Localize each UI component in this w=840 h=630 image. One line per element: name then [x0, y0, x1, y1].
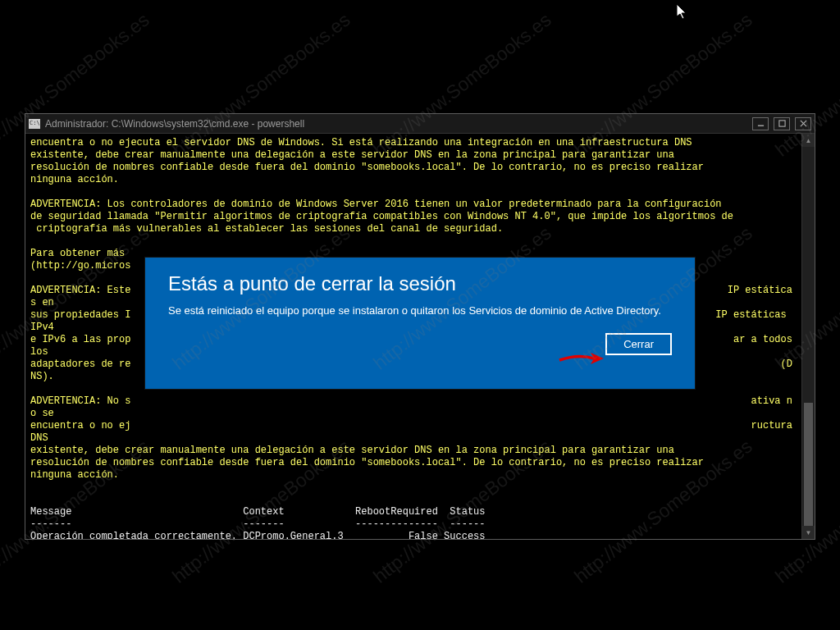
vertical-scrollbar[interactable]: ▲ ▼ — [801, 134, 815, 539]
scroll-track[interactable] — [802, 147, 815, 526]
dialog-body-text: Se está reiniciado el equipo porque se i… — [168, 304, 672, 318]
cmd-icon — [29, 119, 40, 129]
scroll-thumb[interactable] — [804, 403, 813, 526]
svg-rect-1 — [778, 121, 784, 126]
close-dialog-button[interactable]: Cerrar — [605, 333, 672, 355]
window-titlebar[interactable]: Administrador: C:\Windows\system32\cmd.e… — [25, 114, 815, 134]
signout-dialog: Estás a punto de cerrar la sesión Se est… — [145, 258, 695, 389]
minimize-button[interactable] — [752, 117, 769, 130]
maximize-button[interactable] — [774, 117, 790, 130]
dialog-title: Estás a punto de cerrar la sesión — [168, 272, 672, 295]
annotation-arrow — [558, 349, 607, 372]
scroll-up-arrow[interactable]: ▲ — [802, 134, 815, 147]
window-title: Administrador: C:\Windows\system32\cmd.e… — [45, 118, 747, 130]
scroll-down-arrow[interactable]: ▼ — [802, 526, 815, 539]
mouse-cursor — [677, 4, 688, 24]
close-button[interactable] — [795, 117, 811, 130]
